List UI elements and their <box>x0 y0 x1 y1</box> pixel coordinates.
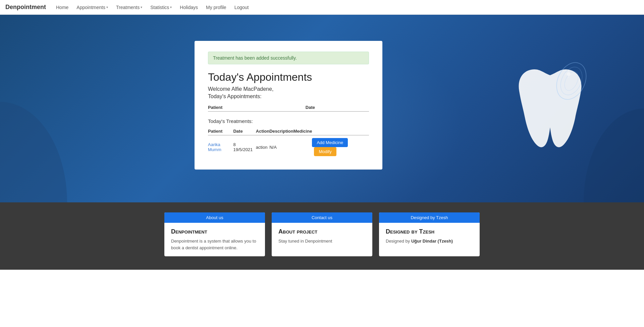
modify-button[interactable]: Modify <box>314 147 336 156</box>
appointments-col-patient: Patient <box>208 104 306 112</box>
nav-link-treatments[interactable]: Treatments ▾ <box>113 3 146 12</box>
cell-medicine <box>293 135 312 159</box>
welcome-text: Welcome Alfie MacPadene, <box>208 86 369 92</box>
nav-link-holidays[interactable]: Holidays <box>176 3 201 12</box>
chevron-down-icon: ▾ <box>170 5 172 9</box>
nav-item-appointments: Appointments ▾ <box>73 3 111 12</box>
nav-link-statistics[interactable]: Statistics ▾ <box>147 3 175 12</box>
success-alert: Treatment has been added successfully. <box>208 52 369 64</box>
brand-logo[interactable]: Denpointment <box>5 4 46 11</box>
appointments-table: Patient Date <box>208 104 369 112</box>
nav-item-holidays: Holidays <box>176 3 201 12</box>
footer-card-designer-header: Designed by Tzesh <box>379 212 480 223</box>
cell-description: N/A <box>269 135 293 159</box>
treatments-label: Today's Treatments: <box>208 118 369 124</box>
nav-item-logout: Logout <box>231 3 252 12</box>
treatments-col-date: Date <box>233 127 256 135</box>
navbar: Denpointment Home Appointments ▾ Treatme… <box>0 0 644 15</box>
cell-patient: Aarika Mumm <box>208 135 233 159</box>
footer-card-contact-header: Contact us <box>272 212 372 223</box>
tooth-illustration <box>510 58 590 159</box>
footer-contact-text: Stay tuned in Denpointment <box>278 238 366 245</box>
alert-message: Treatment has been added successfully. <box>213 55 297 61</box>
footer-about-text: Denpointment is a system that allows you… <box>171 238 258 251</box>
card-title: Today's Appointments <box>208 71 369 83</box>
appointments-col-date: Date <box>306 104 369 112</box>
nav-link-home[interactable]: Home <box>53 3 72 12</box>
nav-link-appointments[interactable]: Appointments ▾ <box>73 3 111 12</box>
chevron-down-icon: ▾ <box>106 5 108 9</box>
treatments-col-action: Action <box>256 127 269 135</box>
table-row: Aarika Mumm 8 19/5/2021 action N/A Add M… <box>208 135 369 159</box>
footer-designer-text: Designed by Uğur Dindar (Tzesh) <box>386 238 473 245</box>
svg-point-3 <box>567 72 571 76</box>
cell-action: action <box>256 135 269 159</box>
nav-item-treatments: Treatments ▾ <box>113 3 146 12</box>
treatments-col-description: Description <box>269 127 293 135</box>
chevron-down-icon: ▾ <box>141 5 142 9</box>
footer-about-title: Denpointment <box>171 228 258 235</box>
cell-date: 8 19/5/2021 <box>233 135 256 159</box>
nav-menu: Home Appointments ▾ Treatments ▾ Statist… <box>53 3 252 12</box>
treatments-col-actions <box>312 127 369 135</box>
appointments-label: Today's Appointments: <box>208 93 369 100</box>
tooth-svg <box>510 58 590 158</box>
treatments-col-patient: Patient <box>208 127 233 135</box>
arm-left-decoration <box>0 68 101 202</box>
main-card: Treatment has been added successfully. T… <box>195 41 382 170</box>
footer-card-contact-body: About project Stay tuned in Denpointment <box>272 223 372 250</box>
footer-card-about-header: About us <box>164 212 265 223</box>
footer-designer-title: Designed by Tzesh <box>386 228 473 235</box>
footer: About us Denpointment Denpointment is a … <box>0 202 644 270</box>
footer-card-designer-body: Designed by Tzesh Designed by Uğur Dinda… <box>379 223 480 250</box>
nav-item-myprofile: My profile <box>203 3 230 12</box>
hero-section: Treatment has been added successfully. T… <box>0 15 644 202</box>
cell-buttons: Add Medicine Modify <box>312 135 369 159</box>
footer-card-about-body: Denpointment Denpointment is a system th… <box>164 223 265 256</box>
nav-link-logout[interactable]: Logout <box>231 3 252 12</box>
nav-link-myprofile[interactable]: My profile <box>203 3 230 12</box>
footer-card-about: About us Denpointment Denpointment is a … <box>164 212 265 256</box>
add-medicine-button[interactable]: Add Medicine <box>312 138 348 147</box>
footer-card-designer: Designed by Tzesh Designed by Tzesh Desi… <box>379 212 480 256</box>
designer-name: Uğur Dindar (Tzesh) <box>411 239 453 244</box>
treatments-table: Patient Date Action Description Medicine… <box>208 127 369 159</box>
treatments-col-medicine: Medicine <box>293 127 312 135</box>
footer-contact-title: About project <box>278 228 366 235</box>
patient-link[interactable]: Aarika Mumm <box>208 142 221 152</box>
nav-item-statistics: Statistics ▾ <box>147 3 175 12</box>
footer-card-contact: Contact us About project Stay tuned in D… <box>272 212 372 256</box>
nav-item-home: Home <box>53 3 72 12</box>
